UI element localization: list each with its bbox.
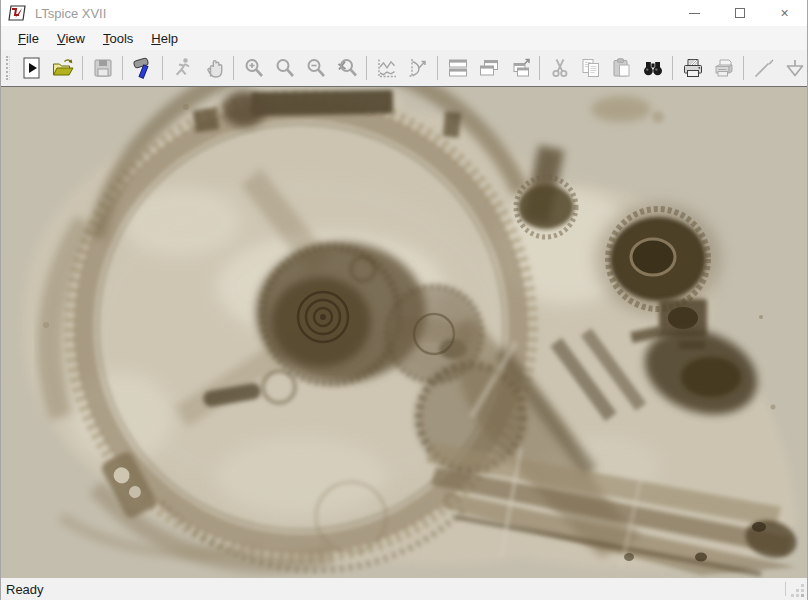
find-button[interactable] xyxy=(637,53,668,83)
maximize-button[interactable] xyxy=(717,0,762,26)
open-button[interactable] xyxy=(47,53,78,83)
zoom-full-extents-icon xyxy=(273,56,297,80)
toolbar-separator xyxy=(366,56,367,80)
status-separator xyxy=(785,582,786,596)
save-icon xyxy=(91,56,115,80)
toolbar-separator xyxy=(233,56,234,80)
status-text: Ready xyxy=(6,582,44,597)
toolbar-separator xyxy=(539,56,540,80)
halt-icon xyxy=(171,56,195,80)
tile-horizontal-button[interactable] xyxy=(442,53,473,83)
close-button[interactable]: × xyxy=(762,0,807,26)
canvas-image xyxy=(1,87,807,578)
plot-settings-button[interactable] xyxy=(402,53,433,83)
pan-button[interactable] xyxy=(198,53,229,83)
print-preview-icon xyxy=(712,56,736,80)
ltspice-window: LTspice XVII × File View Tools Help xyxy=(0,0,808,600)
minimize-icon xyxy=(689,13,700,14)
autorange-plot-button[interactable] xyxy=(371,53,402,83)
menu-bar: File View Tools Help xyxy=(1,26,807,50)
cascade-windows-button[interactable] xyxy=(473,53,504,83)
tile-horizontal-icon xyxy=(446,56,470,80)
pan-hand-icon xyxy=(202,56,226,80)
zoom-out-icon xyxy=(304,56,328,80)
cut-button[interactable] xyxy=(544,53,575,83)
toolbar-separator xyxy=(162,56,163,80)
window-title: LTspice XVII xyxy=(35,6,106,21)
minimize-button[interactable] xyxy=(672,0,717,26)
draw-wire-icon xyxy=(752,56,776,80)
save-button[interactable] xyxy=(87,53,118,83)
control-panel-hammer-icon xyxy=(131,56,155,80)
toolbar-separator xyxy=(82,56,83,80)
plot-settings-icon xyxy=(406,56,430,80)
restore-windows-button[interactable] xyxy=(504,53,535,83)
copy-button[interactable] xyxy=(575,53,606,83)
paste-icon xyxy=(610,56,634,80)
print-button[interactable] xyxy=(677,53,708,83)
zoom-out-button[interactable] xyxy=(300,53,331,83)
zoom-in-icon xyxy=(242,56,266,80)
open-file-icon xyxy=(51,56,75,80)
run-button[interactable] xyxy=(16,53,47,83)
draw-wire-button[interactable] xyxy=(748,53,779,83)
control-panel-button[interactable] xyxy=(127,53,158,83)
paste-button[interactable] xyxy=(606,53,637,83)
halt-button[interactable] xyxy=(167,53,198,83)
app-logo-icon xyxy=(8,5,26,21)
menu-view[interactable]: View xyxy=(48,28,94,49)
toolbar-separator xyxy=(672,56,673,80)
schematic-canvas[interactable] xyxy=(1,86,807,578)
copy-icon xyxy=(579,56,603,80)
find-icon xyxy=(641,56,665,80)
cut-icon xyxy=(548,56,572,80)
maximize-icon xyxy=(735,8,745,18)
menu-help[interactable]: Help xyxy=(142,28,187,49)
zoom-back-icon xyxy=(335,56,359,80)
ground-icon xyxy=(783,56,807,80)
resize-grip[interactable] xyxy=(801,594,804,597)
status-bar: Ready xyxy=(1,578,807,600)
run-icon xyxy=(20,56,44,80)
menu-tools[interactable]: Tools xyxy=(94,28,142,49)
zoom-in-button[interactable] xyxy=(238,53,269,83)
toolbar-separator xyxy=(122,56,123,80)
toolbar-gripper[interactable] xyxy=(6,56,10,80)
toolbar xyxy=(1,50,807,86)
menu-file[interactable]: File xyxy=(9,28,48,49)
ground-button[interactable] xyxy=(779,53,807,83)
toolbar-separator xyxy=(743,56,744,80)
zoom-full-extents-button[interactable] xyxy=(269,53,300,83)
title-bar: LTspice XVII × xyxy=(1,0,807,26)
toolbar-separator xyxy=(437,56,438,80)
print-preview-button[interactable] xyxy=(708,53,739,83)
cascade-windows-icon xyxy=(477,56,501,80)
autorange-plot-icon xyxy=(375,56,399,80)
restore-windows-icon xyxy=(508,56,532,80)
zoom-back-button[interactable] xyxy=(331,53,362,83)
print-icon xyxy=(681,56,705,80)
